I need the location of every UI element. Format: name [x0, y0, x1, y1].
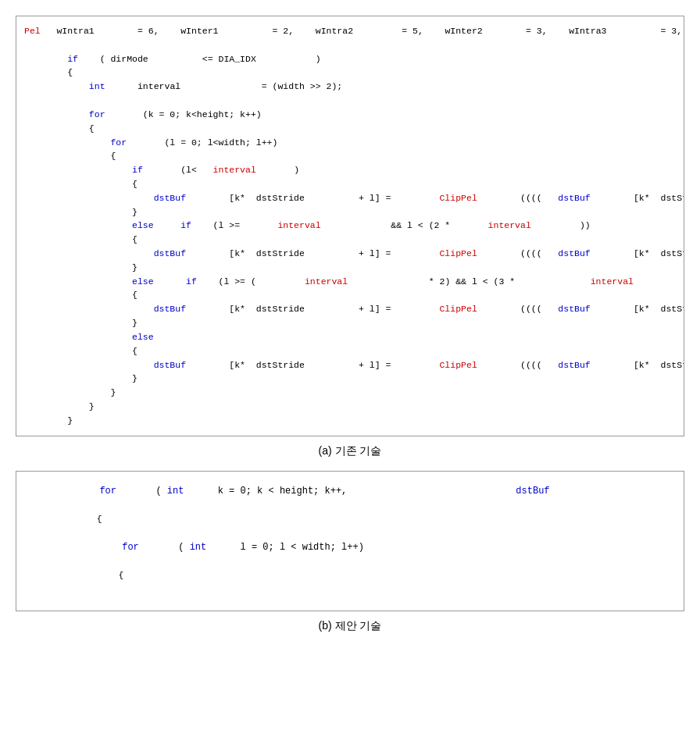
for-int-l-line: for ( int l = 0; l < width; l++): [24, 540, 676, 555]
if-dirmode-line: if ( dirMode <= DIA_IDX ): [16, 52, 684, 66]
dstbuf-3: dstBuf [k* dstStride + l] = ClipPel ((((…: [16, 302, 684, 316]
close-brace-2: }: [16, 400, 684, 414]
dstbuf-2: dstBuf [k* dstStride + l] = ClipPel ((((…: [16, 247, 684, 261]
open-brace-5: {: [16, 233, 684, 247]
blank-b2: [24, 526, 676, 540]
blank-b3: [24, 554, 676, 568]
section-b: for ( int k = 0; k < height; k++, dstBuf…: [0, 471, 700, 633]
open-brace-3: {: [16, 149, 684, 163]
blank-2: [16, 94, 684, 108]
section-a: Pel wIntra1 = 6, wInter1 = 2, wIntra2 = …: [0, 16, 700, 458]
dstbuf-4: dstBuf [k* dstStride + l] = ClipPel ((((…: [16, 358, 684, 372]
close-brace-1: }: [16, 414, 684, 428]
open-brace-6: {: [16, 288, 684, 302]
page: Pel wIntra1 = 6, wInter1 = 2, wIntra2 = …: [0, 0, 700, 730]
close-brace-4: }: [16, 205, 684, 219]
open-brace-b1: {: [24, 512, 676, 526]
else-kw: else: [16, 330, 684, 344]
header-line: Pel wIntra1 = 6, wInter1 = 2, wIntra2 = …: [16, 24, 684, 38]
for-l-line: for (l = 0; l<width; l++): [16, 136, 684, 150]
if-l-interval: if (l< interval ): [16, 163, 684, 177]
close-brace-3: }: [16, 386, 684, 400]
close-brace-5: }: [16, 261, 684, 275]
close-brace-7: }: [16, 372, 684, 386]
else-if-1: else if (l >= interval && l < (2 * inter…: [16, 219, 684, 233]
else-if-2: else if (l >= ( interval * 2) && l < (3 …: [16, 275, 684, 289]
close-brace-6: }: [16, 316, 684, 330]
caption-a: (a) 기존 기술: [0, 444, 700, 458]
blank-1: [16, 38, 684, 52]
blank-b1: [24, 498, 676, 512]
open-brace-b2: {: [24, 568, 676, 582]
for-k-line: for (k = 0; k<height; k++): [16, 108, 684, 122]
code-panel-b: for ( int k = 0; k < height; k++, dstBuf…: [16, 471, 684, 611]
open-brace-4: {: [16, 177, 684, 191]
open-brace-7: {: [16, 344, 684, 358]
caption-b: (b) 제안 기술: [0, 619, 700, 633]
open-brace-1: {: [16, 66, 684, 80]
int-interval-line: int interval = (width >> 2);: [16, 80, 684, 94]
open-brace-2: {: [16, 122, 684, 136]
for-int-k-line: for ( int k = 0; k < height; k++, dstBuf: [24, 484, 676, 499]
dstbuf-1: dstBuf [k* dstStride + l] = ClipPel ((((…: [16, 191, 684, 205]
code-panel-a: Pel wIntra1 = 6, wInter1 = 2, wIntra2 = …: [16, 16, 684, 436]
